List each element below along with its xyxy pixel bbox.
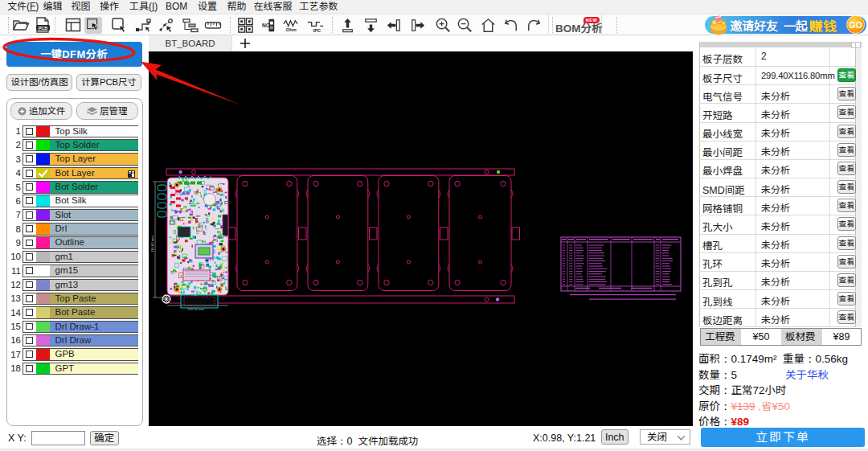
svg-text:PCB: PCB [39, 26, 48, 31]
svg-text:Ohm: Ohm [286, 27, 297, 32]
svg-text:116.80 mm: 116.80 mm [150, 236, 154, 252]
svg-text:190.50 mm: 190.50 mm [187, 307, 204, 311]
svg-text:NO: NO [262, 23, 270, 28]
svg-text:IPC: IPC [313, 28, 321, 33]
